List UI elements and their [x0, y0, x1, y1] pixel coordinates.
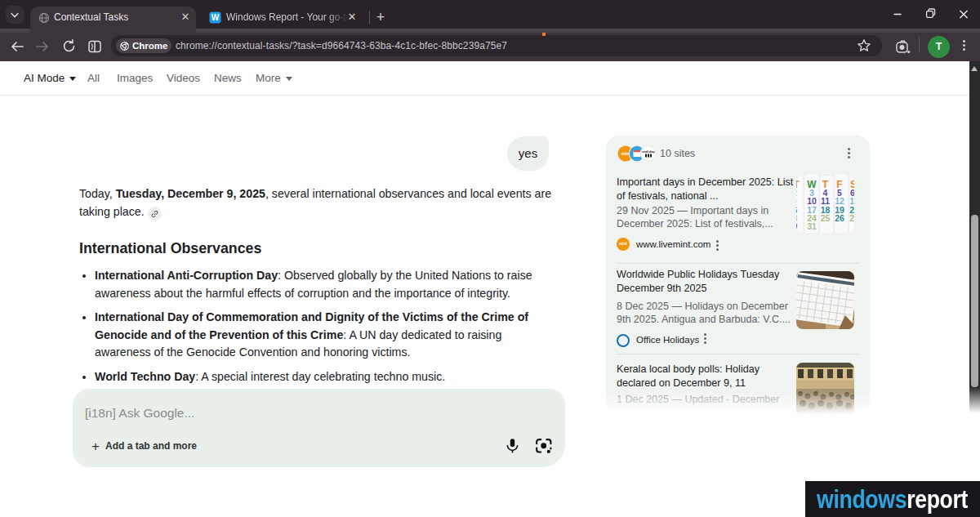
svg-text:27: 27 [849, 213, 854, 223]
svg-text:30: 30 [796, 221, 797, 231]
svg-text:25: 25 [821, 213, 831, 223]
svg-text:26: 26 [835, 213, 844, 223]
svg-text:31: 31 [807, 221, 817, 231]
svg-text:mid-day: mid-day [642, 149, 655, 154]
svg-text:W: W [212, 13, 220, 22]
